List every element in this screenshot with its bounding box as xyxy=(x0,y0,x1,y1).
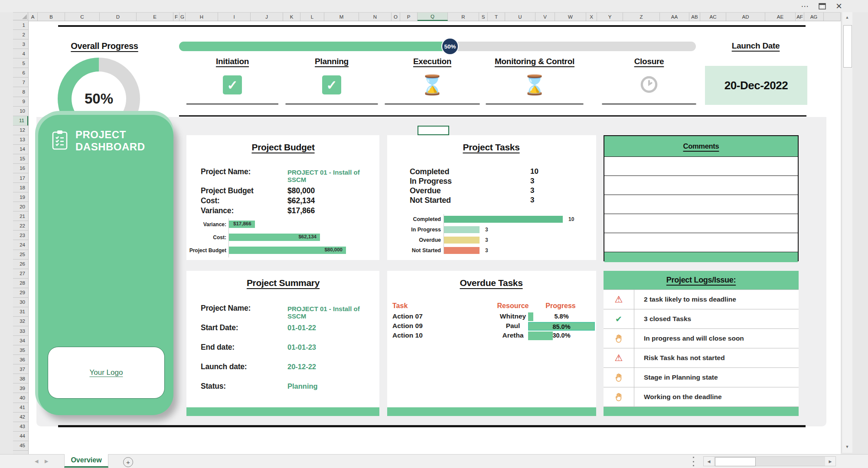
column-header-AA[interactable]: AA xyxy=(660,13,689,21)
row-header-24[interactable]: 24 xyxy=(13,240,28,250)
scroll-up-icon[interactable]: ▲ xyxy=(842,12,852,23)
row-header-7[interactable]: 7 xyxy=(13,78,28,87)
horizontal-scroll-thumb[interactable] xyxy=(715,457,756,466)
row-header-40[interactable]: 40 xyxy=(13,393,28,403)
comment-cell-2[interactable] xyxy=(604,176,798,195)
column-header-U[interactable]: U xyxy=(505,13,535,21)
row-header-39[interactable]: 39 xyxy=(13,384,28,393)
row-header-30[interactable]: 30 xyxy=(13,298,28,307)
column-header-D[interactable]: D xyxy=(100,13,137,21)
row-header-15[interactable]: 15 xyxy=(13,154,28,164)
row-header-9[interactable]: 9 xyxy=(13,97,28,107)
row-header-38[interactable]: 38 xyxy=(13,374,28,384)
column-header-C[interactable]: C xyxy=(65,13,100,21)
row-header-27[interactable]: 27 xyxy=(13,269,28,279)
row-header-31[interactable]: 31 xyxy=(13,307,28,317)
row-header-33[interactable]: 33 xyxy=(13,326,28,336)
row-header-16[interactable]: 16 xyxy=(13,164,28,173)
column-header-B[interactable]: B xyxy=(38,13,65,21)
row-header-4[interactable]: 4 xyxy=(13,49,28,58)
row-header-3[interactable]: 3 xyxy=(13,39,28,49)
column-header-R[interactable]: R xyxy=(448,13,479,21)
column-header-O[interactable]: O xyxy=(392,13,400,21)
restore-ribbon-icon[interactable] xyxy=(816,1,828,11)
column-header-Q[interactable]: Q xyxy=(418,13,448,21)
row-header-10[interactable]: 10 xyxy=(13,107,28,116)
comment-cell-4[interactable] xyxy=(604,214,798,233)
scroll-down-icon[interactable]: ▼ xyxy=(842,442,852,452)
row-header-36[interactable]: 36 xyxy=(13,355,28,364)
scroll-left-icon[interactable]: ◀ xyxy=(704,457,714,466)
more-options-icon[interactable]: ⋯ xyxy=(799,1,811,11)
column-header-Z[interactable]: Z xyxy=(623,13,660,21)
column-header-Y[interactable]: Y xyxy=(597,13,623,21)
column-header-S[interactable]: S xyxy=(479,13,488,21)
column-header-F[interactable]: F xyxy=(173,13,179,21)
column-header-A[interactable]: A xyxy=(28,13,38,21)
scroll-right-icon[interactable]: ▶ xyxy=(825,457,835,466)
column-header-K[interactable]: K xyxy=(283,13,300,21)
row-header-8[interactable]: 8 xyxy=(13,87,28,97)
sheet-tab-overview[interactable]: Overview xyxy=(64,454,108,468)
comment-cell-1[interactable] xyxy=(604,156,798,176)
column-header-X[interactable]: X xyxy=(586,13,597,21)
row-header-28[interactable]: 28 xyxy=(13,279,28,288)
prev-sheet-icon[interactable]: ◀ xyxy=(35,458,38,464)
row-header-12[interactable]: 12 xyxy=(13,126,28,135)
vertical-scroll-thumb[interactable] xyxy=(843,25,852,68)
row-header-23[interactable]: 23 xyxy=(13,231,28,240)
row-header-20[interactable]: 20 xyxy=(13,202,28,211)
close-icon[interactable]: × xyxy=(832,1,845,11)
column-header-N[interactable]: N xyxy=(359,13,392,21)
row-header-22[interactable]: 22 xyxy=(13,221,28,231)
selected-cell[interactable] xyxy=(418,126,449,135)
vertical-scrollbar[interactable]: ▲ ▼ xyxy=(842,12,852,453)
row-header-2[interactable]: 2 xyxy=(13,30,28,39)
row-header-42[interactable]: 42 xyxy=(13,413,28,422)
row-header-5[interactable]: 5 xyxy=(13,58,28,68)
column-header-E[interactable]: E xyxy=(137,13,173,21)
row-header-19[interactable]: 19 xyxy=(13,192,28,202)
column-header-L[interactable]: L xyxy=(300,13,324,21)
select-all-corner[interactable] xyxy=(13,12,28,20)
logo-placeholder[interactable]: Your Logo xyxy=(48,347,165,399)
row-header-18[interactable]: 18 xyxy=(13,183,28,192)
row-header-21[interactable]: 21 xyxy=(13,211,28,221)
add-sheet-icon[interactable]: + xyxy=(123,457,133,467)
column-header-AG[interactable]: AG xyxy=(804,13,824,21)
column-header-T[interactable]: T xyxy=(488,13,505,21)
column-header-J[interactable]: J xyxy=(251,13,283,21)
row-header-1[interactable]: 1 xyxy=(13,20,28,30)
row-header-43[interactable]: 43 xyxy=(13,422,28,432)
column-header-AE[interactable]: AE xyxy=(765,13,796,21)
column-header-AF[interactable]: AF xyxy=(796,13,804,21)
row-header-37[interactable]: 37 xyxy=(13,364,28,374)
row-headers[interactable]: 1234567891011121314151617181920212223242… xyxy=(13,20,29,454)
column-header-W[interactable]: W xyxy=(555,13,586,21)
row-header-29[interactable]: 29 xyxy=(13,288,28,298)
column-header-AB[interactable]: AB xyxy=(689,13,700,21)
column-header-P[interactable]: P xyxy=(400,13,418,21)
row-header-25[interactable]: 25 xyxy=(13,250,28,260)
column-header-V[interactable]: V xyxy=(535,13,555,21)
column-header-AD[interactable]: AD xyxy=(726,13,765,21)
row-header-44[interactable]: 44 xyxy=(13,432,28,441)
row-header-41[interactable]: 41 xyxy=(13,403,28,413)
row-header-13[interactable]: 13 xyxy=(13,135,28,145)
row-header-6[interactable]: 6 xyxy=(13,68,28,78)
row-header-26[interactable]: 26 xyxy=(13,260,28,269)
column-headers[interactable]: ABCDEFGHIJKLMNOPQRSTUVWXYZAAABACADAEAFAG xyxy=(28,12,841,21)
column-header-I[interactable]: I xyxy=(218,13,251,21)
column-header-H[interactable]: H xyxy=(186,13,218,21)
next-sheet-icon[interactable]: ▶ xyxy=(45,458,48,464)
column-header-M[interactable]: M xyxy=(324,13,359,21)
row-header-45[interactable]: 45 xyxy=(13,441,28,451)
row-header-17[interactable]: 17 xyxy=(13,173,28,183)
comment-cell-5[interactable] xyxy=(604,233,798,252)
column-header-G[interactable]: G xyxy=(179,13,186,21)
row-header-32[interactable]: 32 xyxy=(13,317,28,326)
row-header-35[interactable]: 35 xyxy=(13,345,28,355)
comment-cell-3[interactable] xyxy=(604,195,798,214)
row-header-34[interactable]: 34 xyxy=(13,336,28,345)
row-header-14[interactable]: 14 xyxy=(13,145,28,154)
